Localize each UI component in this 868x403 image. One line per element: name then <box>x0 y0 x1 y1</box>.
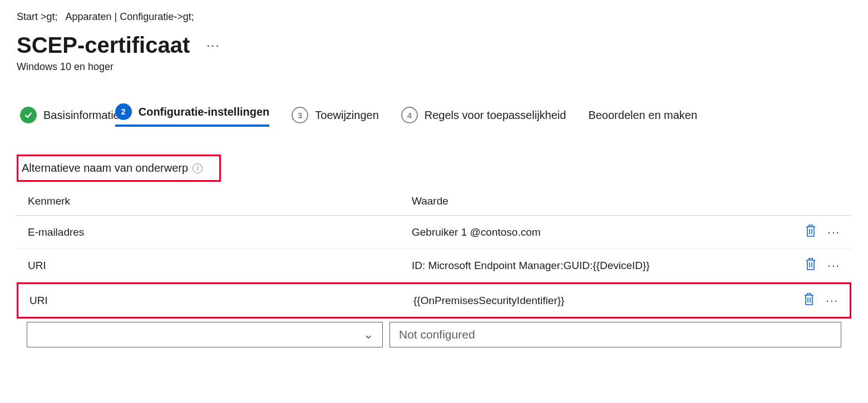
more-menu-icon[interactable]: ··· <box>206 38 220 53</box>
breadcrumb-item[interactable]: Start >gt; <box>17 11 58 23</box>
row-value: {{OnPremisesSecurityIdentifier}} <box>413 295 802 307</box>
page-title: SCEP-certificaat <box>17 33 190 58</box>
value-placeholder: Not configured <box>399 328 475 341</box>
section-title: Alternatieve naam van onderwerp <box>22 162 188 175</box>
delete-icon[interactable] <box>802 292 816 309</box>
row-more-icon[interactable]: ··· <box>826 294 839 307</box>
row-attribute: URI <box>28 260 412 272</box>
check-icon <box>20 107 37 123</box>
step-number-icon: 3 <box>292 107 308 123</box>
step-number-icon: 4 <box>401 107 418 123</box>
row-value: Gebruiker 1 @contoso.com <box>412 226 804 238</box>
wizard-steps: Basisinformatie 2 Configuratie-instellin… <box>20 103 851 127</box>
row-attribute: E-mailadres <box>28 226 412 238</box>
table-row: URI{{OnPremisesSecurityIdentifier}}··· <box>17 282 851 319</box>
delete-icon[interactable] <box>804 257 817 274</box>
section-title-highlight: Alternatieve naam van onderwerp i <box>17 155 221 182</box>
chevron-down-icon: ⌄ <box>363 327 373 342</box>
column-header-val: Waarde <box>412 195 840 207</box>
attribute-select[interactable]: ⌄ <box>27 322 383 347</box>
step-beoordelen[interactable]: Beoordelen en maken <box>588 109 697 122</box>
step-label: Beoordelen en maken <box>588 109 697 122</box>
step-number-icon: 2 <box>115 103 132 120</box>
step-configuratie-instellingen[interactable]: 2 Configuratie-instellingen <box>115 103 270 127</box>
column-header-attr: Kenmerk <box>28 195 412 207</box>
breadcrumb-item[interactable]: Apparaten | Configuratie->gt; <box>66 11 194 23</box>
page-subtitle: Windows 10 en hoger <box>17 61 851 73</box>
step-label: Basisinformatie <box>43 109 120 122</box>
row-attribute: URI <box>29 295 413 307</box>
info-icon[interactable]: i <box>193 163 203 173</box>
row-more-icon[interactable]: ··· <box>827 259 840 272</box>
row-value: ID: Microsoft Endpoint Manager:GUID:{{De… <box>412 260 804 272</box>
step-label: Configuratie-instellingen <box>139 106 270 118</box>
step-toewijzingen[interactable]: 3 Toewijzingen <box>292 107 379 123</box>
san-table: Kenmerk Waarde E-mailadresGebruiker 1 @c… <box>17 192 851 347</box>
delete-icon[interactable] <box>804 223 817 241</box>
step-label: Toewijzingen <box>315 109 379 122</box>
row-more-icon[interactable]: ··· <box>827 226 840 238</box>
step-basisinformatie[interactable]: Basisinformatie <box>20 107 120 123</box>
step-regels[interactable]: 4 Regels voor toepasselijkheid <box>401 107 566 123</box>
value-input[interactable]: Not configured <box>389 322 841 347</box>
breadcrumb: Start >gt; Apparaten | Configuratie->gt; <box>17 11 851 23</box>
table-row: E-mailadresGebruiker 1 @contoso.com··· <box>17 216 851 249</box>
table-row: URIID: Microsoft Endpoint Manager:GUID:{… <box>17 249 851 282</box>
step-label: Regels voor toepasselijkheid <box>425 109 566 122</box>
